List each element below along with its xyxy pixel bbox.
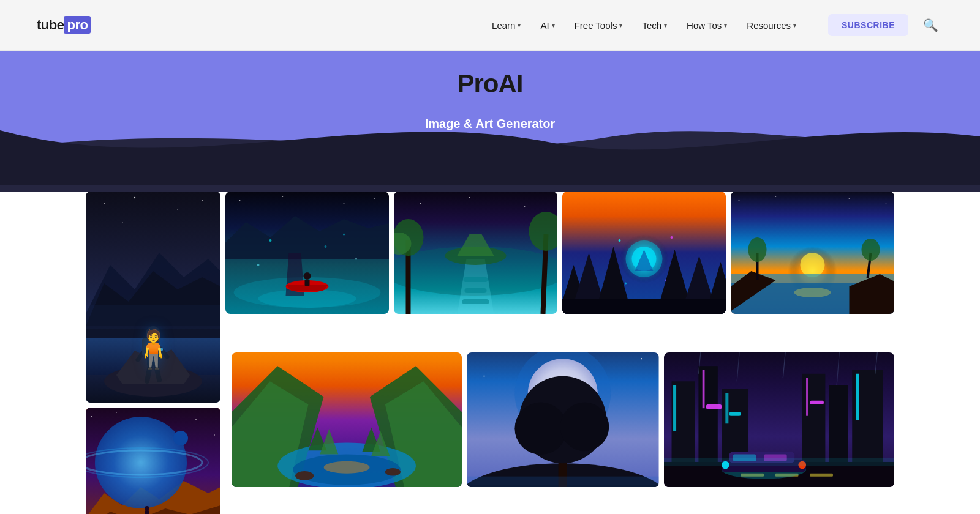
svg-point-127	[641, 358, 642, 359]
svg-point-66	[524, 206, 526, 207]
svg-rect-138	[702, 370, 704, 408]
svg-rect-129	[467, 477, 659, 487]
beach-svg	[394, 192, 557, 314]
gallery-image-cosmic[interactable]	[86, 408, 221, 514]
nav-item-learn[interactable]: Learn ▾	[484, 15, 528, 35]
nav-item-how-tos[interactable]: How Tos ▾	[679, 15, 734, 35]
svg-point-43	[343, 234, 345, 236]
nav-item-ai[interactable]: AI ▾	[533, 15, 562, 35]
svg-point-47	[239, 200, 241, 201]
nav-item-tech[interactable]: Tech ▾	[635, 15, 674, 35]
search-icon: 🔍	[923, 18, 938, 32]
boat-svg	[225, 192, 389, 314]
svg-rect-144	[810, 401, 824, 404]
moontree-svg	[467, 352, 659, 487]
chevron-down-icon: ▾	[793, 22, 796, 29]
svg-rect-59	[464, 277, 488, 282]
svg-point-46	[325, 245, 327, 248]
svg-rect-41	[305, 280, 310, 286]
header: tubepro Learn ▾ AI ▾ Free Tools ▾ Tech ▾…	[0, 0, 980, 51]
gallery-left-col	[86, 192, 221, 514]
svg-point-7	[146, 326, 160, 341]
gallery-image-valley[interactable]	[232, 352, 462, 487]
svg-point-81	[625, 283, 627, 285]
chevron-down-icon: ▾	[518, 22, 521, 29]
forest-svg	[562, 192, 726, 314]
svg-point-64	[420, 203, 421, 204]
search-button[interactable]: 🔍	[918, 13, 943, 37]
svg-point-49	[344, 203, 345, 204]
valley-svg	[232, 352, 462, 487]
gallery-image-beach[interactable]	[394, 192, 557, 314]
svg-point-23	[95, 417, 187, 508]
svg-point-112	[385, 468, 401, 476]
svg-point-94	[862, 239, 880, 261]
svg-point-123	[560, 402, 609, 451]
gallery-image-warrior[interactable]	[86, 192, 221, 403]
svg-point-122	[515, 402, 568, 455]
svg-point-16	[134, 197, 135, 198]
svg-rect-14	[86, 305, 221, 329]
nav-item-free-tools[interactable]: Free Tools ▾	[567, 15, 630, 35]
warrior-svg	[86, 192, 221, 403]
hero-content: ProAI Image & Art Generator	[0, 51, 980, 131]
chevron-down-icon: ▾	[619, 22, 622, 29]
nav-label-learn: Learn	[492, 20, 515, 31]
svg-point-65	[469, 197, 470, 198]
gallery-image-boat[interactable]	[225, 192, 389, 314]
gallery-image-coastal[interactable]	[731, 192, 894, 314]
svg-rect-139	[725, 393, 728, 423]
svg-rect-140	[806, 378, 809, 416]
nav-label-ai: AI	[540, 20, 549, 31]
svg-rect-3	[86, 338, 221, 375]
svg-point-95	[739, 200, 740, 201]
cosmic-svg	[86, 408, 221, 514]
svg-point-128	[484, 376, 485, 377]
svg-point-45	[355, 258, 357, 260]
svg-point-92	[748, 237, 767, 262]
svg-point-28	[116, 412, 117, 413]
nav-item-resources[interactable]: Resources ▾	[739, 15, 804, 35]
main-nav: Learn ▾ AI ▾ Free Tools ▾ Tech ▾ How Tos…	[484, 15, 804, 35]
svg-point-31	[145, 506, 149, 511]
svg-rect-74	[562, 299, 726, 314]
svg-point-13	[159, 348, 163, 351]
hero-title: ProAI	[0, 69, 980, 99]
svg-line-9	[159, 348, 167, 357]
svg-rect-148	[810, 474, 833, 477]
svg-point-98	[886, 203, 887, 204]
chevron-down-icon: ▾	[664, 22, 667, 29]
svg-point-19	[122, 222, 123, 223]
svg-rect-141	[856, 374, 859, 420]
svg-point-29	[195, 419, 197, 420]
svg-rect-61	[462, 299, 489, 304]
svg-line-10	[147, 366, 150, 381]
gallery-section	[0, 185, 980, 514]
svg-point-42	[270, 239, 272, 242]
chevron-down-icon: ▾	[552, 22, 555, 29]
logo-tube: tube	[37, 17, 64, 32]
svg-point-50	[374, 198, 375, 199]
logo[interactable]: tubepro	[37, 17, 91, 33]
svg-rect-60	[465, 288, 487, 293]
gallery-image-cyberpunk[interactable]	[664, 352, 894, 487]
svg-rect-6	[147, 338, 159, 366]
svg-rect-137	[673, 386, 676, 431]
svg-point-27	[91, 416, 92, 417]
svg-point-85	[801, 253, 825, 277]
subscribe-button[interactable]: SUBSCRIBE	[828, 14, 908, 36]
svg-point-44	[257, 264, 260, 266]
cyberpunk-svg	[664, 352, 894, 487]
nav-label-tech: Tech	[642, 20, 662, 31]
svg-rect-142	[706, 404, 722, 409]
nav-label-resources: Resources	[747, 20, 791, 31]
svg-point-96	[775, 196, 777, 197]
svg-point-30	[214, 434, 215, 436]
svg-line-8	[138, 348, 147, 360]
gallery-image-moontree[interactable]	[467, 352, 659, 487]
svg-point-111	[295, 471, 314, 480]
svg-point-40	[304, 272, 311, 280]
svg-rect-156	[664, 458, 894, 466]
nav-label-free-tools: Free Tools	[575, 20, 617, 31]
gallery-image-forest[interactable]	[562, 192, 726, 314]
